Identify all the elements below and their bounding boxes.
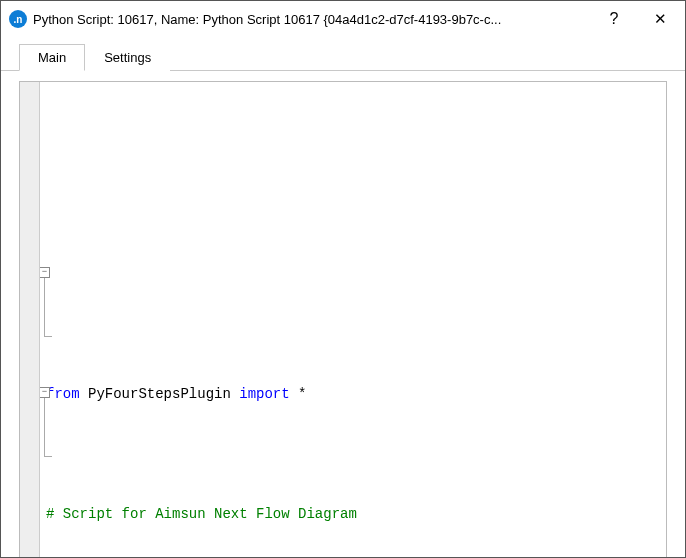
fold-icon[interactable]: −: [40, 387, 50, 398]
editor-gutter: [20, 82, 40, 557]
code-area[interactable]: − − − from PyFourStepsPlugin import * # …: [40, 82, 666, 557]
close-button[interactable]: ✕: [637, 3, 683, 35]
app-icon: .n: [9, 10, 27, 28]
fold-tree-end: [44, 336, 52, 337]
fold-tree-line: [44, 398, 45, 456]
fold-icon[interactable]: −: [40, 267, 50, 278]
code-editor[interactable]: − − − from PyFourStepsPlugin import * # …: [19, 81, 667, 557]
fold-tree-line: [44, 278, 45, 336]
help-button[interactable]: ?: [591, 3, 637, 35]
content-area: − − − from PyFourStepsPlugin import * # …: [1, 71, 685, 557]
fold-tree-end: [44, 456, 52, 457]
tab-settings[interactable]: Settings: [85, 44, 170, 71]
window-title: Python Script: 10617, Name: Python Scrip…: [33, 12, 591, 27]
tab-main[interactable]: Main: [19, 44, 85, 71]
titlebar: .n Python Script: 10617, Name: Python Sc…: [1, 1, 685, 37]
tab-bar: Main Settings: [1, 37, 685, 71]
